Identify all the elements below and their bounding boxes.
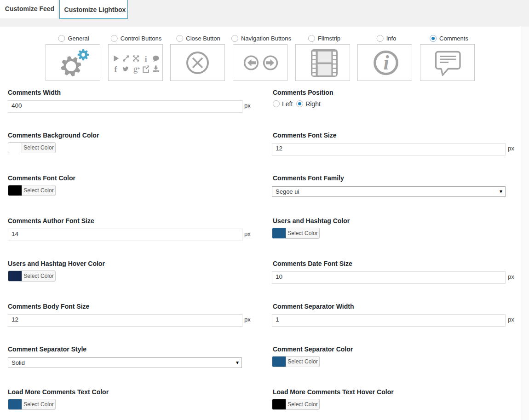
svg-text:+: +	[137, 66, 140, 71]
svg-text:i: i	[145, 55, 147, 63]
svg-text:i: i	[383, 52, 389, 74]
svg-text:f: f	[115, 65, 117, 74]
